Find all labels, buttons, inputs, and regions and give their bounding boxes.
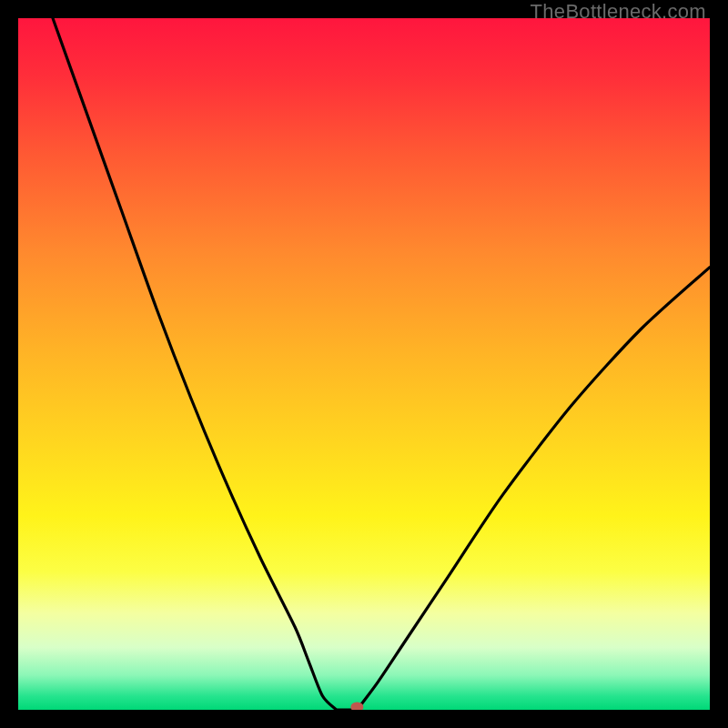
plot-area <box>18 18 710 710</box>
bottleneck-curve <box>53 18 710 710</box>
curve-layer <box>18 18 710 710</box>
chart-frame: TheBottleneck.com <box>0 0 728 728</box>
